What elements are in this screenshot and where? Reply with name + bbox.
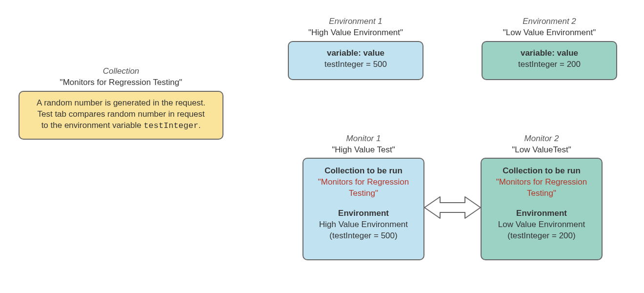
mon1-coll-header: Collection to be run — [310, 166, 417, 177]
mon2-coll-name-l2: Testing" — [488, 188, 595, 199]
mon1-env-header: Environment — [310, 208, 417, 219]
mon2-env-header: Environment — [488, 208, 595, 219]
collection-label: Collection "Monitors for Regression Test… — [19, 66, 223, 88]
double-arrow-icon — [423, 193, 483, 222]
mon1-coll-name-l1: "Monitors for Regression — [310, 177, 417, 188]
mon1-label-italic: Monitor 1 — [302, 133, 424, 145]
mon1-coll-name-l2: Testing" — [310, 188, 417, 199]
mon2-env-name: Low Value Environment — [488, 219, 595, 230]
mon2-box: Collection to be run "Monitors for Regre… — [481, 158, 603, 260]
env1-var-header: variable: value — [296, 48, 416, 59]
collection-code: testInteger — [143, 121, 198, 130]
collection-desc-line3: to the environment variable testInteger. — [26, 120, 216, 132]
collection-label-italic: Collection — [19, 66, 223, 77]
env1-label: Environment 1 "High Value Environment" — [288, 16, 423, 39]
mon2-coll-header: Collection to be run — [488, 166, 595, 177]
env1-label-italic: Environment 1 — [288, 16, 423, 27]
mon2-coll-name-l1: "Monitors for Regression — [488, 177, 595, 188]
env1-box: variable: value testInteger = 500 — [288, 41, 423, 80]
mon2-env-detail: (testInteger = 200) — [488, 230, 595, 242]
mon2-label: Monitor 2 "Low ValueTest" — [481, 133, 603, 156]
mon1-label: Monitor 1 "High Value Test" — [302, 133, 424, 156]
mon1-env-name: High Value Environment — [310, 219, 417, 230]
mon2-label-italic: Monitor 2 — [481, 133, 603, 145]
mon1-box: Collection to be run "Monitors for Regre… — [302, 158, 424, 260]
collection-box: A random number is generated in the requ… — [19, 91, 223, 140]
collection-desc-line2: Test tab compares random number in reque… — [26, 109, 216, 120]
env1-var-line: testInteger = 500 — [296, 59, 416, 70]
env2-label-name: "Low Value Environment" — [482, 27, 617, 39]
svg-marker-0 — [424, 197, 481, 218]
env2-label: Environment 2 "Low Value Environment" — [482, 16, 617, 39]
env2-var-line: testInteger = 200 — [489, 59, 609, 70]
env1-label-name: "High Value Environment" — [288, 27, 423, 39]
mon2-label-name: "Low ValueTest" — [481, 145, 603, 156]
env2-label-italic: Environment 2 — [482, 16, 617, 27]
collection-label-name: "Monitors for Regression Testing" — [19, 77, 223, 88]
collection-desc-line1: A random number is generated in the requ… — [26, 98, 216, 109]
env2-box: variable: value testInteger = 200 — [482, 41, 617, 80]
env2-var-header: variable: value — [489, 48, 609, 59]
mon1-env-detail: (testInteger = 500) — [310, 230, 417, 242]
mon1-label-name: "High Value Test" — [302, 145, 424, 156]
